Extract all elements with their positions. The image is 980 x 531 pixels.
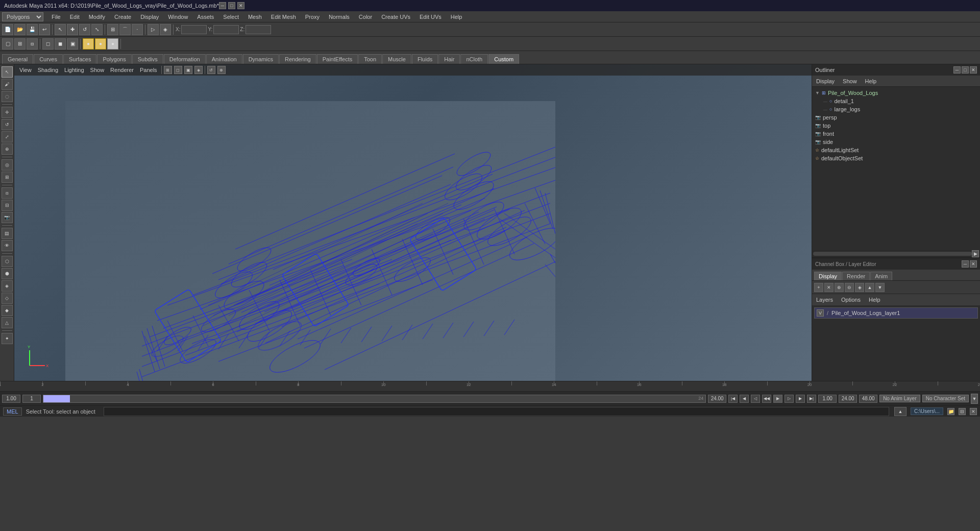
vp-icon2[interactable]: ◻ [174,66,182,74]
prev-frame-button[interactable]: ◀ [740,395,749,403]
outliner-item-pile[interactable]: ▼ ⊞ Pile_of_Wood_Logs [812,89,980,97]
menu-assets[interactable]: Assets [193,13,218,21]
vp-icon5[interactable]: ↺ [207,66,215,74]
vp-menu-lighting[interactable]: Lighting [62,66,86,74]
menu-window[interactable]: Window [164,13,192,21]
next-key-button[interactable]: ▷ [785,395,794,403]
extra-tool2[interactable]: ⬢ [2,268,13,279]
outliner-scroll-right[interactable]: ▶ [972,250,979,257]
wireframe-button[interactable]: ◻ [42,38,54,50]
filepath-close[interactable]: ✕ [970,408,977,415]
side-by-side-button[interactable]: ⧈ [27,38,38,50]
outliner-item-front[interactable]: 📷 front [812,130,980,138]
layer-menu-options[interactable]: Options [839,296,863,304]
mode-dropdown[interactable]: Polygons Surfaces Dynamics Animation Ren… [2,12,43,21]
outliner-content[interactable]: ▼ ⊞ Pile_of_Wood_Logs — ○ detail_1 — ○ l… [812,87,980,250]
outliner-minimize[interactable]: ─ [953,66,961,74]
layer-visibility[interactable]: V [817,309,824,317]
scale-tool-button[interactable]: ⤡ [91,24,103,35]
single-view-button[interactable]: ▢ [2,38,13,50]
z-input[interactable] [246,25,271,34]
universal-tool[interactable]: ⊕ [2,143,13,155]
add-selected-button[interactable]: ⊕ [835,283,844,292]
outliner-scroll-track[interactable] [813,252,972,256]
outliner-menu-help[interactable]: Help [863,77,879,85]
paint-tool[interactable]: 🖌 [2,79,13,90]
outliner-maximize[interactable]: □ [962,66,969,74]
vp-icon4[interactable]: ◈ [194,66,203,74]
texture-button[interactable]: ▣ [67,38,78,50]
smooth-shade-button[interactable]: ◼ [55,38,66,50]
goto-start-button[interactable]: |◀ [728,395,738,403]
layer-tab-render[interactable]: Render [842,272,870,280]
tab-animation[interactable]: Animation [206,54,242,64]
move-tool2[interactable]: ✛ [2,107,13,118]
scale-tool2[interactable]: ⤢ [2,131,13,142]
extra-tool4[interactable]: ◇ [2,293,13,304]
tab-painteffects[interactable]: PaintEffects [317,54,358,64]
rotate-tool2[interactable]: ↺ [2,119,13,130]
delete-layer-button[interactable]: ✕ [824,283,834,292]
tab-toon[interactable]: Toon [358,54,382,64]
outliner-scrollbar[interactable]: ▶ [812,250,980,257]
soft-select-tool[interactable]: ◎ [2,159,13,171]
command-input[interactable] [104,407,889,416]
tab-general[interactable]: General [2,54,33,64]
outliner-item-lightset[interactable]: ☆ defaultLightSet [812,146,980,154]
layer-tab-display[interactable]: Display [814,272,842,280]
anim-end2-input[interactable] [859,395,877,403]
render-button[interactable]: ▷ [148,24,159,35]
minimize-button[interactable]: ─ [219,2,226,9]
light3-button[interactable]: ● [107,38,118,50]
vp-icon1[interactable]: ⊞ [164,66,172,74]
select-contents-button[interactable]: ◈ [855,283,864,292]
start-frame-input[interactable] [2,395,20,403]
save-scene-button[interactable]: 💾 [27,24,38,35]
timeline-ruler[interactable]: 124681012141618202224 [0,381,980,392]
tab-deformation[interactable]: Deformation [164,54,206,64]
filepath-browse[interactable]: ⊟ [959,408,966,415]
open-scene-button[interactable]: 📂 [14,24,26,35]
menu-proxy[interactable]: Proxy [301,13,324,21]
grid-toggle-button[interactable]: ⊟ [2,200,13,211]
maximize-button[interactable]: □ [228,2,235,9]
extra-tool7[interactable]: ✦ [2,333,13,344]
menu-display[interactable]: Display [136,13,163,21]
anim-start-input[interactable] [818,395,837,403]
outliner-menu-display[interactable]: Display [814,77,837,85]
layer-row-pile[interactable]: V / Pile_of_Wood_Logs_layer1 [814,307,978,319]
layer-menu-help[interactable]: Help [867,296,883,304]
tab-rendering[interactable]: Rendering [279,54,316,64]
four-view-button[interactable]: ⊞ [14,38,26,50]
menu-create[interactable]: Create [110,13,135,21]
new-layer-button[interactable]: + [814,283,823,292]
snap-curve-button[interactable]: ⌒ [119,24,131,35]
channel-minimize[interactable]: ─ [962,260,969,268]
timeline[interactable]: 124681012141618202224 [0,381,980,391]
timeline-scrub[interactable]: 24 [43,395,706,403]
tab-surfaces[interactable]: Surfaces [63,54,96,64]
tab-fluids[interactable]: Fluids [412,54,438,64]
menu-file[interactable]: File [47,13,65,21]
goto-end-button[interactable]: ▶| [807,395,816,403]
view-cube-button[interactable]: ⧈ [2,187,13,199]
close-button[interactable]: ✕ [237,2,244,9]
select-tool[interactable]: ↖ [2,66,13,78]
extra-tool3[interactable]: ◈ [2,280,13,292]
snap-point-button[interactable]: · [132,24,143,35]
tab-hair[interactable]: Hair [438,54,460,64]
vp-menu-view[interactable]: View [17,66,34,74]
next-frame-button[interactable]: ▶ [796,395,805,403]
new-scene-button[interactable]: 📄 [2,24,13,35]
y-input[interactable] [213,25,239,34]
layer-menu-layers[interactable]: Layers [814,296,835,304]
menu-create-uvs[interactable]: Create UVs [377,13,414,21]
end-frame-input[interactable] [708,395,726,403]
vp-menu-panels[interactable]: Panels [138,66,159,74]
current-frame-input[interactable] [22,395,41,403]
tab-custom[interactable]: Custom [488,54,519,64]
menu-mesh[interactable]: Mesh [244,13,266,21]
move-up-button[interactable]: ▲ [865,283,874,292]
extra-tool5[interactable]: ◆ [2,305,13,316]
move-down-button[interactable]: ▼ [875,283,885,292]
